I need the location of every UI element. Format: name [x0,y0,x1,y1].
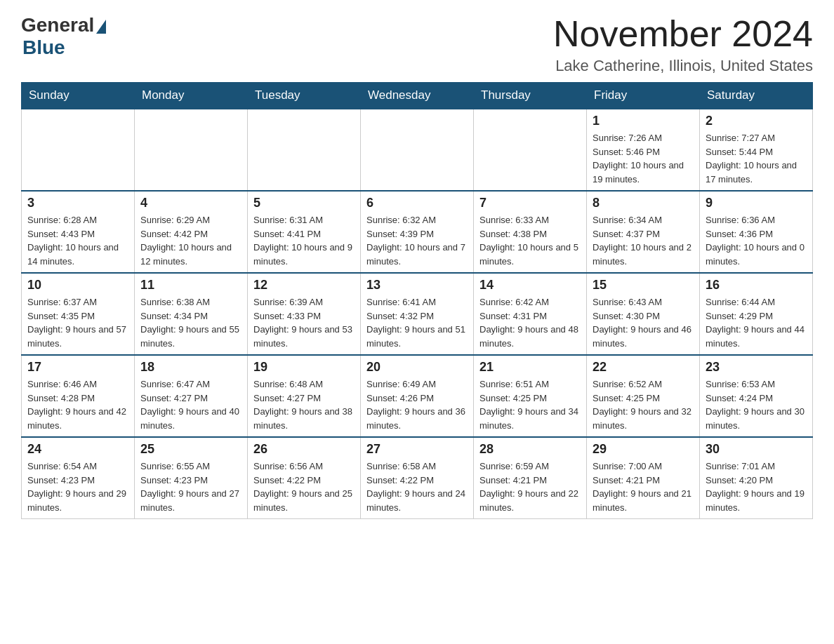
month-year-title: November 2024 [553,14,813,54]
day-number: 3 [27,196,128,210]
calendar-cell: 17Sunrise: 6:46 AMSunset: 4:28 PMDayligh… [22,355,135,437]
day-info: Sunrise: 6:54 AMSunset: 4:23 PMDaylight:… [27,459,128,514]
week-row-1: 1Sunrise: 7:26 AMSunset: 5:46 PMDaylight… [22,109,813,191]
calendar-cell: 3Sunrise: 6:28 AMSunset: 4:43 PMDaylight… [22,191,135,273]
day-info: Sunrise: 6:29 AMSunset: 4:42 PMDaylight:… [140,213,241,268]
day-number: 12 [253,278,355,293]
day-number: 13 [366,278,468,293]
day-number: 4 [140,196,241,210]
weekday-header-wednesday: Wednesday [361,83,474,109]
weekday-header-row: SundayMondayTuesdayWednesdayThursdayFrid… [22,83,813,109]
calendar-cell: 18Sunrise: 6:47 AMSunset: 4:27 PMDayligh… [135,355,248,437]
logo-triangle-icon [96,20,106,34]
day-info: Sunrise: 6:55 AMSunset: 4:23 PMDaylight:… [140,459,241,514]
day-number: 19 [253,360,355,375]
week-row-3: 10Sunrise: 6:37 AMSunset: 4:35 PMDayligh… [22,273,813,355]
calendar-cell: 20Sunrise: 6:49 AMSunset: 4:26 PMDayligh… [361,355,474,437]
day-info: Sunrise: 6:47 AMSunset: 4:27 PMDaylight:… [140,377,241,432]
week-row-2: 3Sunrise: 6:28 AMSunset: 4:43 PMDaylight… [22,191,813,273]
day-info: Sunrise: 6:33 AMSunset: 4:38 PMDaylight:… [479,213,581,268]
calendar-cell: 24Sunrise: 6:54 AMSunset: 4:23 PMDayligh… [22,437,135,519]
calendar-cell [361,109,474,191]
calendar-cell: 5Sunrise: 6:31 AMSunset: 4:41 PMDaylight… [248,191,361,273]
logo-general-text: General [21,14,94,36]
day-info: Sunrise: 6:48 AMSunset: 4:27 PMDaylight:… [253,377,355,432]
weekday-header-friday: Friday [587,83,700,109]
day-number: 26 [253,442,355,457]
week-row-4: 17Sunrise: 6:46 AMSunset: 4:28 PMDayligh… [22,355,813,437]
day-number: 15 [593,278,694,293]
calendar-cell: 1Sunrise: 7:26 AMSunset: 5:46 PMDaylight… [587,109,700,191]
day-number: 9 [706,196,807,210]
day-info: Sunrise: 6:39 AMSunset: 4:33 PMDaylight:… [253,295,355,350]
day-info: Sunrise: 6:31 AMSunset: 4:41 PMDaylight:… [253,213,355,268]
day-number: 25 [140,442,241,457]
day-info: Sunrise: 6:44 AMSunset: 4:29 PMDaylight:… [706,295,807,350]
day-info: Sunrise: 6:49 AMSunset: 4:26 PMDaylight:… [366,377,468,432]
weekday-header-saturday: Saturday [700,83,813,109]
day-number: 2 [706,114,807,128]
day-number: 6 [366,196,468,210]
day-info: Sunrise: 6:32 AMSunset: 4:39 PMDaylight:… [366,213,468,268]
day-number: 29 [593,442,694,457]
calendar-cell: 29Sunrise: 7:00 AMSunset: 4:21 PMDayligh… [587,437,700,519]
day-number: 11 [140,278,241,293]
calendar-cell: 11Sunrise: 6:38 AMSunset: 4:34 PMDayligh… [135,273,248,355]
calendar-cell: 16Sunrise: 6:44 AMSunset: 4:29 PMDayligh… [700,273,813,355]
day-number: 27 [366,442,468,457]
day-info: Sunrise: 6:37 AMSunset: 4:35 PMDaylight:… [27,295,128,350]
weekday-header-monday: Monday [135,83,248,109]
day-info: Sunrise: 6:58 AMSunset: 4:22 PMDaylight:… [366,459,468,514]
location-subtitle: Lake Catherine, Illinois, United States [553,57,813,75]
weekday-header-thursday: Thursday [474,83,587,109]
day-number: 17 [27,360,128,375]
calendar-table: SundayMondayTuesdayWednesdayThursdayFrid… [21,82,813,519]
page-header: General Blue November 2024 Lake Catherin… [21,14,813,75]
title-block: November 2024 Lake Catherine, Illinois, … [553,14,813,75]
calendar-cell: 9Sunrise: 6:36 AMSunset: 4:36 PMDaylight… [700,191,813,273]
day-info: Sunrise: 7:01 AMSunset: 4:20 PMDaylight:… [706,459,807,514]
logo: General Blue [21,14,106,59]
day-number: 10 [27,278,128,293]
calendar-cell: 13Sunrise: 6:41 AMSunset: 4:32 PMDayligh… [361,273,474,355]
day-info: Sunrise: 6:41 AMSunset: 4:32 PMDaylight:… [366,295,468,350]
day-number: 16 [706,278,807,293]
day-number: 1 [593,114,694,128]
calendar-cell: 30Sunrise: 7:01 AMSunset: 4:20 PMDayligh… [700,437,813,519]
calendar-cell [135,109,248,191]
day-info: Sunrise: 6:51 AMSunset: 4:25 PMDaylight:… [479,377,581,432]
calendar-cell: 10Sunrise: 6:37 AMSunset: 4:35 PMDayligh… [22,273,135,355]
day-info: Sunrise: 7:27 AMSunset: 5:44 PMDaylight:… [706,131,807,186]
day-info: Sunrise: 6:42 AMSunset: 4:31 PMDaylight:… [479,295,581,350]
calendar-cell: 25Sunrise: 6:55 AMSunset: 4:23 PMDayligh… [135,437,248,519]
day-number: 20 [366,360,468,375]
calendar-cell: 14Sunrise: 6:42 AMSunset: 4:31 PMDayligh… [474,273,587,355]
calendar-cell: 2Sunrise: 7:27 AMSunset: 5:44 PMDaylight… [700,109,813,191]
day-info: Sunrise: 6:59 AMSunset: 4:21 PMDaylight:… [479,459,581,514]
week-row-5: 24Sunrise: 6:54 AMSunset: 4:23 PMDayligh… [22,437,813,519]
calendar-cell: 23Sunrise: 6:53 AMSunset: 4:24 PMDayligh… [700,355,813,437]
logo-blue-text: Blue [22,36,65,59]
day-number: 8 [593,196,694,210]
day-number: 18 [140,360,241,375]
day-number: 22 [593,360,694,375]
calendar-cell: 15Sunrise: 6:43 AMSunset: 4:30 PMDayligh… [587,273,700,355]
calendar-cell: 22Sunrise: 6:52 AMSunset: 4:25 PMDayligh… [587,355,700,437]
calendar-cell: 8Sunrise: 6:34 AMSunset: 4:37 PMDaylight… [587,191,700,273]
calendar-cell: 7Sunrise: 6:33 AMSunset: 4:38 PMDaylight… [474,191,587,273]
calendar-cell: 19Sunrise: 6:48 AMSunset: 4:27 PMDayligh… [248,355,361,437]
day-number: 23 [706,360,807,375]
calendar-cell: 4Sunrise: 6:29 AMSunset: 4:42 PMDaylight… [135,191,248,273]
day-info: Sunrise: 7:26 AMSunset: 5:46 PMDaylight:… [593,131,694,186]
calendar-cell: 6Sunrise: 6:32 AMSunset: 4:39 PMDaylight… [361,191,474,273]
calendar-cell: 26Sunrise: 6:56 AMSunset: 4:22 PMDayligh… [248,437,361,519]
day-number: 24 [27,442,128,457]
calendar-cell [474,109,587,191]
calendar-cell: 28Sunrise: 6:59 AMSunset: 4:21 PMDayligh… [474,437,587,519]
day-info: Sunrise: 7:00 AMSunset: 4:21 PMDaylight:… [593,459,694,514]
day-info: Sunrise: 6:34 AMSunset: 4:37 PMDaylight:… [593,213,694,268]
day-number: 21 [479,360,581,375]
calendar-cell: 21Sunrise: 6:51 AMSunset: 4:25 PMDayligh… [474,355,587,437]
calendar-cell [22,109,135,191]
day-info: Sunrise: 6:38 AMSunset: 4:34 PMDaylight:… [140,295,241,350]
